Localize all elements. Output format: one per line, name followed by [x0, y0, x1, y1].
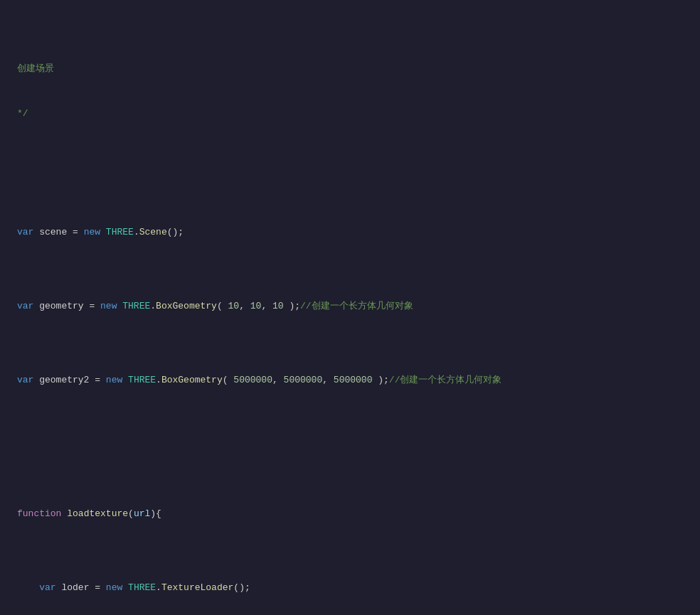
code-line-1: 创建场景 [11, 62, 700, 77]
code-line-blank-1 [11, 151, 700, 166]
code-block: 创建场景 */ var scene = new THREE.Scene(); v… [0, 0, 700, 615]
code-line-9: var loder = new THREE.TextureLoader(); [11, 581, 700, 596]
code-line-8: function loadtexture(url){ [11, 507, 700, 522]
code-line-4: var scene = new THREE.Scene(); [11, 225, 700, 240]
code-line-6: var geometry2 = new THREE.BoxGeometry( 5… [11, 373, 700, 388]
code-editor: 创建场景 */ var scene = new THREE.Scene(); v… [0, 0, 700, 615]
code-line-blank-2 [11, 432, 700, 447]
code-line-2: */ [11, 107, 700, 122]
code-line-5: var geometry = new THREE.BoxGeometry( 10… [11, 299, 700, 314]
